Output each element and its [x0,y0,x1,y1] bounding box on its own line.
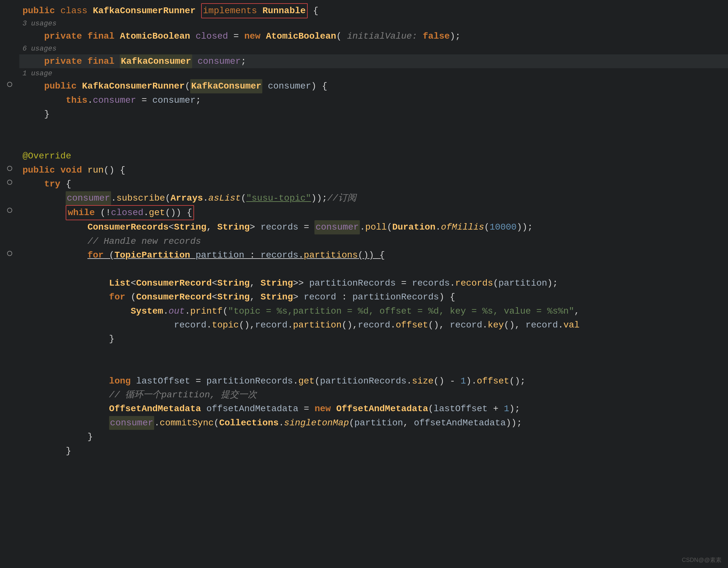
code-line-for-record: for (ConsumerRecord<String, String> reco… [19,290,728,304]
code-line-close-for-record: } [19,332,728,346]
gutter-dot-4 [7,208,12,213]
gutter-dot-3 [7,180,12,185]
code-line-close-constructor: } [19,107,728,121]
code-line-printf: System.out.printf("topic = %s,partition … [19,304,728,318]
gutter-dot-5 [7,251,12,256]
code-line-constructor: public KafkaConsumerRunner(KafkaConsumer… [19,79,728,93]
code-line-list-records: List<ConsumerRecord<String, String>> par… [19,276,728,290]
while-box: while (!closed.get()) { [66,205,194,220]
code-line-offsetmetadata: OffsetAndMetadata offsetAndMetadata = ne… [19,402,728,416]
code-line-for-partition: for (TopicPartition partition : records.… [19,248,728,262]
code-line-1: public class KafkaConsumerRunner impleme… [19,3,728,18]
code-line-close-while: } [19,444,728,458]
code-line-blank5 [19,360,728,374]
gutter-dot-2 [7,166,12,171]
code-line-poll: ConsumerRecords<String, String> records … [19,220,728,234]
code-line-this-consumer: this.consumer = consumer; [19,93,728,107]
code-line-blank3 [19,262,728,276]
code-line-subscribe: consumer.subscribe(Arrays.asList("susu-t… [19,191,728,205]
code-line-comment-handle: // Handle new records [19,234,728,248]
code-editor: public class KafkaConsumerRunner impleme… [0,0,728,461]
implements-runnable-box: implements Runnable [201,3,308,18]
code-line-blank4 [19,346,728,360]
code-line-closed: private final AtomicBoolean closed = new… [19,29,728,43]
usage-hint-1: 1 usage [19,68,728,79]
code-line-override: @Override [19,149,728,163]
code-line-blank1 [19,121,728,135]
code-line-comment-partition: // 循环一个partition, 提交一次 [19,388,728,402]
code-line-blank2 [19,135,728,149]
code-line-try: try { [19,177,728,191]
usage-hint-6: 6 usages [19,43,728,54]
code-line-run: public void run() { [19,163,728,177]
gutter-dot-1 [7,82,12,87]
usage-hint-3: 3 usages [19,18,728,29]
code-line-lastoffset: long lastOffset = partitionRecords.get(p… [19,374,728,388]
code-line-consumer: private final KafkaConsumer consumer; [19,54,728,68]
code-line-printf-args: record.topic(),record.partition(),record… [19,318,728,332]
watermark: CSDN@@素素 [682,556,722,565]
code-line-commitsync: consumer.commitSync(Collections.singleto… [19,416,728,430]
code-line-while: while (!closed.get()) { [19,205,728,220]
code-line-close-for-partition: } [19,430,728,444]
